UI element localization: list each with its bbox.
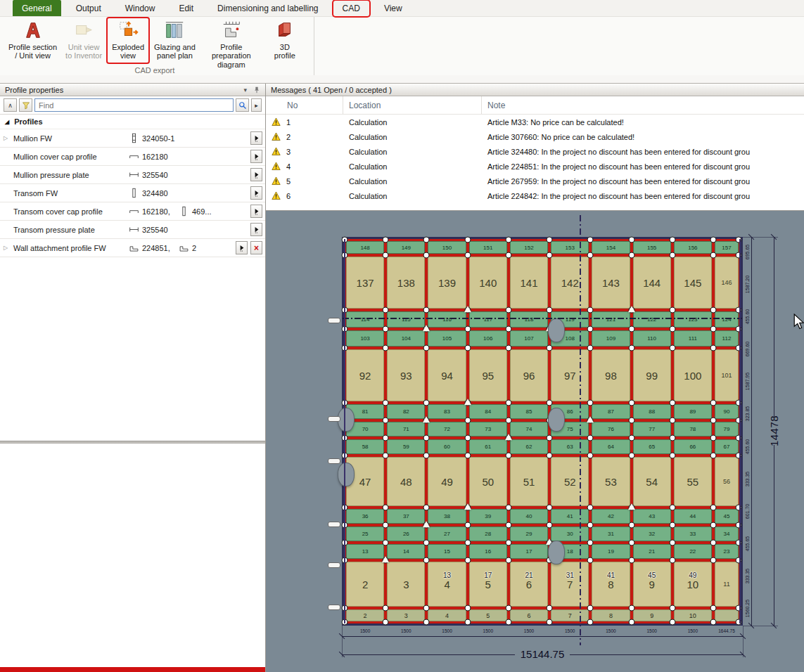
facade-panel[interactable]: 140 xyxy=(469,257,507,309)
facade-panel[interactable]: 155 xyxy=(633,241,671,254)
facade-panel[interactable]: 59 xyxy=(387,439,425,454)
facade-panel[interactable]: 152 xyxy=(510,241,548,254)
facade-panel[interactable]: 96 xyxy=(510,349,548,401)
facade-panel[interactable]: 146 xyxy=(715,257,739,309)
facade-panel[interactable]: 64 xyxy=(592,439,630,454)
facade-panel[interactable]: 26 xyxy=(387,526,425,541)
profile-row-mullion-pressure-plate[interactable]: Mullion pressure plate325540 xyxy=(0,166,265,184)
facade-panel[interactable]: 34 xyxy=(715,526,739,541)
filter-funnel-button[interactable] xyxy=(19,98,32,112)
facade-panel[interactable]: 32 xyxy=(633,526,671,541)
facade-panel[interactable]: 5 xyxy=(469,609,507,621)
facade-panel[interactable]: 54 xyxy=(633,457,671,506)
facade-panel[interactable]: 22 xyxy=(674,544,712,559)
exploded-view-button[interactable]: Exploded view xyxy=(108,18,148,63)
facade-panel[interactable]: 79 xyxy=(715,422,739,437)
facade-panel[interactable]: 7 xyxy=(551,609,589,621)
facade-panel[interactable]: 31 xyxy=(592,526,630,541)
facade-panel[interactable]: 10 xyxy=(674,562,712,607)
facade-panel[interactable]: 6 xyxy=(510,562,548,607)
search-button[interactable] xyxy=(236,98,249,112)
facade-panel[interactable]: 114 xyxy=(346,311,384,328)
facade-panel[interactable]: 98 xyxy=(592,349,630,401)
profile-options-button[interactable] xyxy=(250,223,262,236)
facade-panel[interactable]: 107 xyxy=(510,330,548,347)
facade-panel[interactable]: 47 xyxy=(346,457,384,506)
facade-panel[interactable]: 105 xyxy=(428,330,466,347)
facade-panel[interactable]: 142 xyxy=(551,257,589,309)
facade-panel[interactable]: 77 xyxy=(633,422,671,437)
facade-panel[interactable]: 108 xyxy=(551,330,589,347)
facade-panel[interactable]: 62 xyxy=(510,439,548,454)
facade-panel[interactable]: 95 xyxy=(469,349,507,401)
facade-panel[interactable]: 115 xyxy=(387,311,425,328)
row-expander-icon[interactable]: ▷ xyxy=(4,245,11,251)
remove-profile-button[interactable]: × xyxy=(250,241,262,254)
facade-panel[interactable]: 16 xyxy=(469,544,507,559)
facade-panel[interactable]: 119 xyxy=(551,311,589,328)
facade-panel[interactable]: 75 xyxy=(551,422,589,437)
facade-panel[interactable]: 9 xyxy=(633,562,671,607)
facade-panel[interactable]: 150 xyxy=(428,241,466,254)
facade-panel[interactable]: 94 xyxy=(428,349,466,401)
facade-panel[interactable]: 14 xyxy=(387,544,425,559)
facade-panel[interactable]: 5 xyxy=(469,562,507,607)
facade-panel[interactable]: 56 xyxy=(715,457,739,506)
tab-edit[interactable]: Edit xyxy=(170,0,203,16)
facade-panel[interactable]: 103 xyxy=(346,330,384,347)
facade-panel[interactable]: 90 xyxy=(715,404,739,419)
facade-panel[interactable]: 17 xyxy=(510,544,548,559)
profile-options-button[interactable] xyxy=(250,186,262,200)
facade-panel[interactable]: 82 xyxy=(387,404,425,419)
facade-panel[interactable]: 110 xyxy=(633,330,671,347)
profile-row-mullion-fw[interactable]: ▷Mullion FW324050-1 xyxy=(0,129,265,148)
facade-panel[interactable]: 39 xyxy=(469,509,507,524)
facade-panel[interactable]: 23 xyxy=(715,544,739,559)
message-row[interactable]: 6CalculationArticle 224842: In the proje… xyxy=(266,188,804,203)
facade-panel[interactable]: 58 xyxy=(346,439,384,454)
facade-panel[interactable]: 67 xyxy=(715,439,739,454)
message-row[interactable]: 1CalculationArticle M33: No price can be… xyxy=(266,115,804,129)
column-note[interactable]: Note xyxy=(482,96,804,114)
facade-panel[interactable]: 106 xyxy=(469,330,507,347)
facade-panel[interactable]: 6 xyxy=(510,609,548,621)
facade-panel[interactable]: 118 xyxy=(510,311,548,328)
facade-panel[interactable]: 97 xyxy=(551,349,589,401)
facade-panel[interactable]: 61 xyxy=(469,439,507,454)
profile-row-transom-pressure-plate[interactable]: Transom pressure plate325540 xyxy=(0,221,265,239)
message-row[interactable]: 4CalculationArticle 224851: In the proje… xyxy=(266,159,804,174)
facade-panel[interactable]: 81 xyxy=(346,404,384,419)
facade-panel[interactable]: 99 xyxy=(633,349,671,401)
search-options-button[interactable]: ▸ xyxy=(251,98,262,112)
facade-panel[interactable]: 53 xyxy=(592,457,630,506)
facade-panel[interactable]: 121 xyxy=(592,311,630,328)
tab-general[interactable]: General xyxy=(13,0,61,16)
facade-panel[interactable]: 143 xyxy=(592,257,630,309)
facade-panel[interactable]: 45 xyxy=(715,509,739,524)
facade-panel[interactable]: 48 xyxy=(387,457,425,506)
facade-panel[interactable]: 21 xyxy=(633,544,671,559)
facade-panel[interactable]: 141 xyxy=(510,257,548,309)
facade-panel[interactable]: 101 xyxy=(715,349,739,401)
facade-panel[interactable]: 38 xyxy=(428,509,466,524)
facade-panel[interactable]: 33 xyxy=(674,526,712,541)
facade-panel[interactable]: 37 xyxy=(387,509,425,524)
tab-cad[interactable]: CAD xyxy=(333,1,369,16)
profile-options-button[interactable] xyxy=(250,150,262,163)
pin-icon[interactable] xyxy=(253,86,260,93)
facade-panel[interactable]: 52 xyxy=(551,457,589,506)
facade-panel[interactable]: 55 xyxy=(674,457,712,506)
facade-panel[interactable]: 43 xyxy=(633,509,671,524)
facade-panel[interactable]: 30 xyxy=(551,526,589,541)
column-no[interactable]: No xyxy=(266,96,343,114)
facade-panel[interactable]: 138 xyxy=(387,257,425,309)
profile-row-transom-cover-cap-profile[interactable]: Transom cover cap profile162180,469... xyxy=(0,202,265,221)
facade-panel[interactable]: 3 xyxy=(387,609,425,621)
facade-panel[interactable]: 2 xyxy=(346,562,384,607)
profiles-group-header[interactable]: ◢ Profiles xyxy=(0,115,265,129)
facade-panel[interactable]: 84 xyxy=(469,404,507,419)
facade-panel[interactable]: 44 xyxy=(674,509,712,524)
profile-options-button[interactable] xyxy=(236,241,248,254)
message-row[interactable]: 5CalculationArticle 267959: In the proje… xyxy=(266,174,804,188)
facade-panel[interactable]: 148 xyxy=(346,241,384,254)
